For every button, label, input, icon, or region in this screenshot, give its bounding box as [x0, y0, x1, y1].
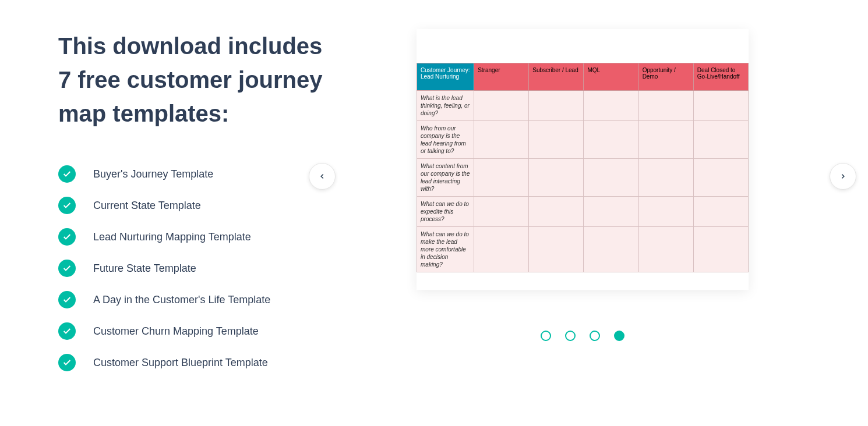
table-cell	[529, 121, 584, 159]
check-icon	[58, 197, 76, 214]
table-row-header: What can we do to expedite this process?	[417, 197, 474, 227]
chevron-left-icon	[318, 172, 326, 180]
carousel-prev-button[interactable]	[309, 163, 336, 190]
table-row: What can we do to expedite this process?	[417, 197, 749, 227]
table-row-header: What can we do to make the lead more com…	[417, 227, 474, 272]
table-cell	[529, 159, 584, 197]
list-item: Buyer's Journey Template	[58, 165, 326, 183]
table-cell	[693, 121, 748, 159]
carousel-dot-3[interactable]	[590, 331, 600, 341]
left-column: This download includes 7 free customer j…	[58, 29, 326, 385]
table-cell	[693, 159, 748, 197]
template-preview-card: Customer Journey: Lead Nurturing Strange…	[417, 29, 749, 290]
table-row: What content from our company is the lea…	[417, 159, 749, 197]
check-icon	[58, 260, 76, 277]
table-cell	[529, 227, 584, 272]
table-cell	[584, 159, 638, 197]
table-cell	[474, 121, 529, 159]
table-cell	[584, 121, 638, 159]
table-row: What can we do to make the lead more com…	[417, 227, 749, 272]
table-row: What is the lead thinking, feeling, or d…	[417, 91, 749, 121]
table-cell	[638, 91, 693, 121]
table-column-header: Subscriber / Lead	[529, 63, 584, 91]
table-cell	[529, 197, 584, 227]
table-row: Who from our company is the lead hearing…	[417, 121, 749, 159]
list-item: Future State Template	[58, 260, 326, 277]
feature-text: Buyer's Journey Template	[93, 168, 213, 180]
preview-table: Customer Journey: Lead Nurturing Strange…	[417, 63, 749, 272]
table-column-header: Opportunity / Demo	[638, 63, 693, 91]
carousel-next-button[interactable]	[830, 163, 856, 190]
right-column: Customer Journey: Lead Nurturing Strange…	[355, 29, 810, 385]
feature-text: Customer Churn Mapping Template	[93, 325, 259, 338]
table-cell	[584, 227, 638, 272]
feature-text: Lead Nurturing Mapping Template	[93, 231, 251, 243]
main-container: This download includes 7 free customer j…	[0, 0, 868, 414]
carousel-dots	[541, 331, 624, 341]
table-column-header: Deal Closed to Go-Live/Handoff	[693, 63, 748, 91]
table-cell	[638, 227, 693, 272]
check-icon	[58, 228, 76, 246]
check-icon	[58, 322, 76, 340]
table-cell	[693, 227, 748, 272]
table-row-header: What content from our company is the lea…	[417, 159, 474, 197]
feature-text: Future State Template	[93, 262, 196, 275]
feature-text: A Day in the Customer's Life Template	[93, 294, 270, 306]
table-column-header: MQL	[584, 63, 638, 91]
table-cell	[584, 197, 638, 227]
carousel-dot-4[interactable]	[614, 331, 624, 341]
table-cell	[474, 159, 529, 197]
table-cell	[584, 91, 638, 121]
table-cell	[474, 197, 529, 227]
check-icon	[58, 165, 76, 183]
carousel: Customer Journey: Lead Nurturing Strange…	[355, 29, 810, 290]
table-cell	[474, 227, 529, 272]
table-cell	[529, 91, 584, 121]
table-column-header: Stranger	[474, 63, 529, 91]
table-cell	[638, 197, 693, 227]
table-row-header: Who from our company is the lead hearing…	[417, 121, 474, 159]
table-row-header: What is the lead thinking, feeling, or d…	[417, 91, 474, 121]
feature-text: Current State Template	[93, 200, 201, 212]
list-item: Lead Nurturing Mapping Template	[58, 228, 326, 246]
chevron-right-icon	[839, 172, 847, 180]
list-item: Current State Template	[58, 197, 326, 214]
table-cell	[474, 91, 529, 121]
list-item: A Day in the Customer's Life Template	[58, 291, 326, 308]
list-item: Customer Support Blueprint Template	[58, 354, 326, 371]
page-title: This download includes 7 free customer j…	[58, 29, 326, 130]
table-cell	[693, 91, 748, 121]
table-cell	[693, 197, 748, 227]
carousel-dot-1[interactable]	[541, 331, 551, 341]
feature-list: Buyer's Journey Template Current State T…	[58, 165, 326, 371]
check-icon	[58, 354, 76, 371]
table-cell	[638, 121, 693, 159]
check-icon	[58, 291, 76, 308]
table-corner-header: Customer Journey: Lead Nurturing	[417, 63, 474, 91]
table-cell	[638, 159, 693, 197]
list-item: Customer Churn Mapping Template	[58, 322, 326, 340]
carousel-dot-2[interactable]	[565, 331, 576, 341]
feature-text: Customer Support Blueprint Template	[93, 357, 268, 369]
